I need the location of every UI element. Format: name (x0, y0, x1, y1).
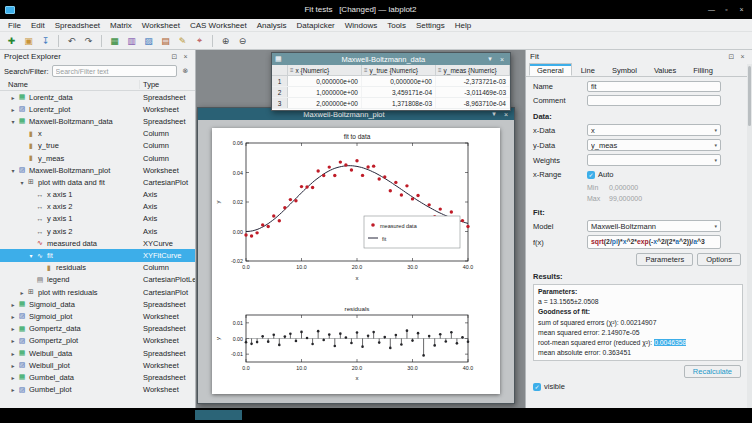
tab-values[interactable]: Values (646, 63, 684, 76)
parameters-button[interactable]: Parameters (636, 253, 693, 266)
table-cell[interactable]: 0,000000e+00 (362, 76, 436, 86)
expand-arrow[interactable]: ▸ (9, 301, 17, 308)
tab-symbol[interactable]: Symbol (604, 63, 645, 76)
table-cell[interactable]: -2,373721e-03 (436, 76, 510, 86)
tree-item-gompertz-plot[interactable]: ▸▨Gompertz_plotWorksheet (0, 335, 195, 347)
shade-icon[interactable]: ▾ (489, 110, 499, 118)
column-header-name[interactable]: Name (0, 80, 140, 89)
auto-checkbox[interactable]: ✓ (587, 171, 595, 179)
spreadsheet-window[interactable]: ▦ Maxwell-Boltzmann_data ▾ × ≡x {Numeric… (271, 52, 511, 111)
shade-icon[interactable]: ▾ (485, 55, 495, 63)
expand-arrow[interactable]: ▸ (9, 106, 17, 113)
menu-settings[interactable]: Settings (411, 21, 450, 30)
expand-arrow[interactable]: ▸ (9, 350, 17, 357)
tree-item-y-axis-1[interactable]: ↔y axis 1Axis (0, 213, 195, 225)
worksheet-view[interactable]: 0.010.020.030.040.0-0.020.000.020.040.06… (198, 120, 514, 403)
menu-datapicker[interactable]: Datapicker (292, 21, 340, 30)
redo-button[interactable]: ↷ (81, 33, 96, 48)
expand-arrow[interactable]: ▾ (27, 252, 35, 259)
menu-help[interactable]: Help (450, 21, 476, 30)
table-cell[interactable]: 0,000000e+00 (288, 76, 362, 86)
tree-item-y-axis-2[interactable]: ↔y axis 2Axis (0, 225, 195, 237)
residuals-plot[interactable]: 0.010.020.030.040.0-0.010.000.01residual… (212, 304, 500, 394)
undo-button[interactable]: ↶ (64, 33, 79, 48)
expand-arrow[interactable]: ▸ (9, 386, 17, 393)
close-icon[interactable]: × (180, 53, 191, 60)
tree-item-lorentz-plot[interactable]: ▸▨Lorentz_plotWorksheet (0, 103, 195, 115)
name-input[interactable] (587, 81, 721, 92)
fit-plot[interactable]: 0.010.020.030.040.0-0.020.000.020.040.06… (212, 130, 500, 298)
expand-arrow[interactable]: ▸ (18, 289, 26, 296)
tree-item-x-axis-2[interactable]: ↔x axis 2Axis (0, 201, 195, 213)
spreadsheet-corner[interactable] (272, 65, 288, 75)
formula-box[interactable]: sqrt(2/pi)*x^2*exp(-x^2/(2*a^2))/a^3 (587, 235, 721, 249)
save-project-button[interactable]: ↧ (38, 33, 53, 48)
new-matrix-button[interactable]: ▥ (124, 33, 139, 48)
new-workbook-button[interactable]: ▤ (158, 33, 173, 48)
expand-arrow[interactable]: ▸ (9, 313, 17, 320)
tree-item-residuals[interactable]: ▮residualsColumn (0, 262, 195, 274)
tree-item-x-axis-1[interactable]: ↔x axis 1Axis (0, 189, 195, 201)
tree-item-fit[interactable]: ▾∿fitXYFitCurve (0, 249, 195, 261)
float-icon[interactable]: ⊡ (726, 53, 737, 61)
open-project-button[interactable]: ▣ (21, 33, 36, 48)
close-icon[interactable]: × (501, 111, 511, 118)
tree-item-plot-with-residuals[interactable]: ▸⊞plot with residualsCartesianPlot (0, 286, 195, 298)
column-header-x-numeric[interactable]: ≡x {Numeric} (288, 65, 362, 75)
y-data-combo[interactable]: y_meas ▾ (587, 139, 721, 151)
expand-arrow[interactable]: ▸ (9, 362, 17, 369)
expand-arrow[interactable]: ▸ (9, 374, 17, 381)
tree-item-lorentz-data[interactable]: ▸▦Lorentz_dataSpreadsheet (0, 91, 195, 103)
new-spreadsheet-button[interactable]: ▦ (107, 33, 122, 48)
plot-legend[interactable]: measured datafit (364, 216, 460, 248)
x-data-combo[interactable]: x ▾ (587, 124, 721, 136)
tab-general[interactable]: General (529, 63, 572, 76)
scrollbar-handle[interactable] (748, 66, 751, 126)
tree-item-maxwell-boltzmann-plot[interactable]: ▾▨Maxwell-Boltzmann_plotWorksheet (0, 164, 195, 176)
model-combo[interactable]: Maxwell-Boltzmann ▾ (587, 220, 721, 232)
table-cell[interactable]: -8,963710e-04 (436, 98, 510, 108)
new-datapicker-button[interactable]: ⌖ (192, 33, 207, 48)
tree-item-weibull-plot[interactable]: ▸▨Weibull_plotWorksheet (0, 359, 195, 371)
tree-item-y-meas[interactable]: ▮y_measColumn (0, 152, 195, 164)
tree-item-x[interactable]: ▮xColumn (0, 128, 195, 140)
scrollbar[interactable] (747, 64, 752, 408)
comment-input[interactable] (587, 95, 721, 106)
new-note-button[interactable]: ✎ (175, 33, 190, 48)
tree-item-weibull-data[interactable]: ▸▦Weibull_dataSpreadsheet (0, 347, 195, 359)
tree-item-gumbel-plot[interactable]: ▸▨Gumbel_plotWorksheet (0, 384, 195, 396)
new-project-button[interactable]: ✚ (4, 33, 19, 48)
worksheet-window[interactable]: Maxwell-Boltzmann_plot ▾ × 0.010.020.030… (197, 107, 515, 404)
column-header-y-meas-numeric[interactable]: ≡y_meas {Numeric} (436, 65, 510, 75)
float-icon[interactable]: ⊡ (169, 53, 180, 61)
minimize-icon[interactable]: — (706, 6, 717, 13)
menu-windows[interactable]: Windows (340, 21, 382, 30)
tree-item-measured-data[interactable]: ∿measured dataXYCurve (0, 237, 195, 249)
recalculate-button[interactable]: Recalculate (684, 365, 741, 378)
column-header-type[interactable]: Type (140, 80, 195, 89)
spreadsheet-window-titlebar[interactable]: ▦ Maxwell-Boltzmann_data ▾ × (272, 53, 510, 65)
search-input[interactable] (52, 65, 177, 77)
table-cell[interactable]: 1,000000e+00 (288, 87, 362, 97)
new-worksheet-button[interactable]: ▨ (141, 33, 156, 48)
menu-matrix[interactable]: Matrix (105, 21, 137, 30)
table-cell[interactable]: 1,371808e-03 (362, 98, 436, 108)
spreadsheet-view[interactable]: ≡x {Numeric}≡y_true {Numeric}≡y_meas {Nu… (272, 65, 510, 109)
clear-search-icon[interactable]: ⊗ (180, 67, 191, 75)
menu-cas-worksheet[interactable]: CAS Worksheet (185, 21, 252, 30)
weights-combo[interactable]: ▾ (587, 154, 721, 166)
tree-item-legend[interactable]: ▤legendCartesianPlotLegend (0, 274, 195, 286)
expand-arrow[interactable]: ▸ (9, 94, 17, 101)
tree-item-sigmoid-plot[interactable]: ▸▨Sigmoid_plotWorksheet (0, 310, 195, 322)
expand-arrow[interactable]: ▸ (9, 337, 17, 344)
menu-tools[interactable]: Tools (382, 21, 411, 30)
options-button[interactable]: Options (697, 253, 741, 266)
zoom-out-button[interactable]: ⊖ (235, 33, 250, 48)
tree-item-gumbel-data[interactable]: ▸▦Gumbel_dataSpreadsheet (0, 371, 195, 383)
expand-arrow[interactable]: ▾ (18, 179, 26, 186)
tab-filling[interactable]: Filling (685, 63, 721, 76)
expand-arrow[interactable]: ▾ (9, 167, 17, 174)
expand-arrow[interactable]: ▾ (9, 118, 17, 125)
tree-item-plot-with-data-and-fit[interactable]: ▾⊞plot with data and fitCartesianPlot (0, 176, 195, 188)
menu-edit[interactable]: Edit (26, 21, 50, 30)
